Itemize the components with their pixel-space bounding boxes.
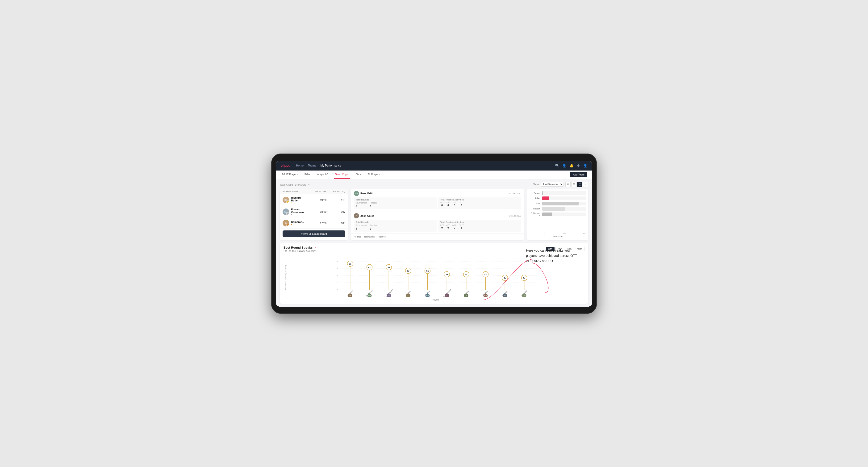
svg-text:6: 6 (337, 267, 338, 269)
practice-activities-group: Total Practice Activities OTT 0 APP (438, 197, 521, 209)
rounds-legend: Rounds Tournament Practice (351, 234, 524, 240)
subnav-hcaps[interactable]: Hcaps 1-5 (316, 170, 329, 179)
tournament-val-2: 7 (356, 227, 367, 230)
add-team-button[interactable]: Add Team (570, 172, 587, 177)
subnav-pga[interactable]: PGA (304, 170, 311, 179)
round-entry-1: RB Rees Britt 02 Sep 2023 Total Rounds (351, 189, 524, 211)
nav-home[interactable]: Home (296, 163, 304, 168)
svg-text:MM: MM (484, 295, 487, 297)
round-avatar-1: RB (354, 191, 359, 196)
round-avatar-2: JC (354, 213, 359, 218)
practice-activities-label-2: Total Practice Activities (440, 221, 519, 223)
subnav-team-clippd[interactable]: Team Clippd (334, 170, 350, 179)
player-name-header: PLAYER NAME (283, 190, 308, 193)
pars-fill (542, 201, 579, 206)
putt-stat: PUTT 0 (459, 201, 464, 207)
svg-text:4x: 4x (465, 273, 467, 276)
nav-teams[interactable]: Teams (308, 163, 316, 168)
svg-text:BM: BM (368, 295, 371, 297)
edit-icon[interactable]: ✏ (308, 184, 310, 186)
eagles-fill (542, 191, 542, 195)
grid-view-button[interactable]: ⊞ (565, 182, 570, 187)
player-name-1: Richard Butler ♥ (291, 196, 308, 204)
rounds-sub-2: Tournament 7 Practice 2 (356, 224, 435, 230)
arg-stat: ARG 0 (453, 201, 456, 207)
svg-text:CQ: CQ (523, 295, 526, 297)
subnav-all-players[interactable]: All Players (367, 170, 381, 179)
app-stat-2: APP 0 (446, 224, 450, 229)
app-stat: APP 0 (446, 201, 450, 207)
total-rounds-label-2: Total Rounds (356, 221, 435, 223)
list-view-button[interactable]: ☰ (571, 182, 577, 187)
eagles-label: Eagles (529, 192, 542, 194)
birdies-track: 96 (542, 196, 586, 200)
svg-text:5x: 5x (407, 270, 409, 272)
svg-text:7x: 7x (349, 263, 351, 265)
svg-text:5x: 5x (426, 270, 429, 272)
svg-text:3x: 3x (503, 277, 506, 279)
chart-view-button[interactable]: ◫ (577, 182, 582, 187)
show-filter-area: Show Last 3 months Last 6 months Last ye… (533, 182, 588, 187)
annotation-text: Here you can see streaks your players ha… (526, 248, 578, 264)
practice-val-1: 4 (370, 205, 378, 208)
avatar-1: RB 1 (283, 197, 289, 203)
tournament-legend: Tournament (364, 236, 375, 238)
annotation-area: Here you can see streaks your players ha… (526, 248, 578, 264)
svg-text:RB: RB (427, 295, 429, 297)
subnav-tour[interactable]: Tour (355, 170, 362, 179)
practice-val-2: 2 (370, 227, 378, 230)
leaderboard-panel: PLAYER NAME PB SCORE PB AVG SQ RB 1 (280, 189, 348, 240)
player-avg-3: 103 (327, 222, 345, 224)
pars-track: 499 (542, 201, 586, 206)
table-row: C 3 Cameron... ♥ 17/20 103 (280, 218, 348, 228)
nav-my-performance[interactable]: My Performance (320, 163, 341, 168)
svg-text:EC: EC (446, 295, 448, 297)
rank-badge-1: 1 (286, 200, 289, 203)
nav-bar: clippd Home Teams My Performance 🔍 👤 🔔 ⚙… (276, 161, 592, 170)
bogeys-label: Bogeys (529, 208, 542, 210)
svg-text:2: 2 (337, 281, 338, 283)
svg-text:4x: 4x (445, 273, 448, 276)
svg-text:4x: 4x (484, 273, 487, 276)
svg-text:DF: DF (465, 295, 467, 297)
leaderboard-header: PLAYER NAME PB SCORE PB AVG SQ (280, 189, 348, 194)
pb-score-header: PB SCORE (308, 190, 327, 193)
practice-activities-label: Total Practice Activities (440, 198, 519, 201)
profile-icon[interactable]: 👤 (583, 164, 587, 167)
subnav-pgat[interactable]: PGAT Players (281, 170, 299, 179)
tournament-val-1: 8 (356, 205, 367, 208)
pars-label: Pars (529, 203, 542, 205)
arrow-indicator: ← (314, 246, 317, 249)
bar-chart-xaxis: 0 200 400 (529, 232, 586, 235)
time-filter-select[interactable]: Last 3 months Last 6 months Last year (540, 182, 563, 187)
player-score-3: 17/20 (308, 222, 327, 224)
rounds-panel: RB Rees Britt 02 Sep 2023 Total Rounds (351, 189, 524, 240)
pb-avg-header: PB AVG SQ (327, 190, 345, 193)
search-icon[interactable]: 🔍 (555, 164, 559, 167)
svg-text:EE: EE (349, 295, 351, 297)
svg-text:4: 4 (337, 274, 338, 276)
stat-row-1: OTT 0 APP 0 ARG (440, 201, 519, 207)
ott-stat-2: OTT 0 (440, 224, 444, 229)
svg-text:RB: RB (504, 295, 506, 297)
svg-text:JC: JC (407, 295, 409, 297)
round-player-name-2: Josh Coles (361, 214, 374, 217)
streaks-title-area: Best Round Streaks ← Off The Tee, Fairwa… (283, 246, 317, 252)
player-name-3: Cameron... ♥ (291, 220, 305, 225)
player-avg-1: 110 (327, 198, 345, 201)
bar-chart-panel: Eagles 3 Birdies (527, 189, 588, 240)
tournament-col-2: Tournament 7 (356, 224, 367, 230)
round-header-1: RB Rees Britt 02 Sep 2023 (354, 191, 521, 196)
settings-icon[interactable]: ⚙ (577, 164, 580, 167)
round-stats-1: Total Rounds Tournament 8 Practice (354, 197, 521, 209)
bell-icon[interactable]: 🔔 (569, 164, 574, 167)
view-icons: ⊞ ☰ ◫ ↕ (565, 182, 588, 187)
nav-actions: 🔍 👤 🔔 ⚙ 👤 (555, 164, 587, 167)
total-rounds-group-2: Total Rounds Tournament 7 Practice (354, 220, 437, 231)
detail-view-button[interactable]: ↕ (583, 182, 588, 187)
people-icon[interactable]: 👤 (562, 164, 566, 167)
view-full-leaderboard-button[interactable]: View Full Leaderboard (283, 230, 345, 237)
bar-row-dbogeys: D. Bogeys + 131 (529, 212, 586, 217)
rank-badge-2: 2 (286, 212, 289, 215)
tablet-screen: clippd Home Teams My Performance 🔍 👤 🔔 ⚙… (276, 161, 592, 307)
